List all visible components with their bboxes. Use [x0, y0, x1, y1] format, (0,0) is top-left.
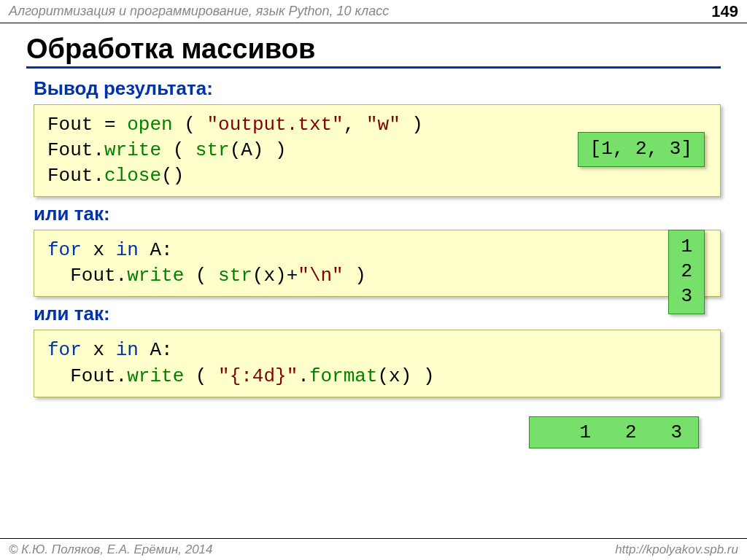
- copyright: © К.Ю. Поляков, Е.А. Ерёмин, 2014: [9, 542, 213, 557]
- code-text: .: [298, 365, 309, 387]
- title-underline: [26, 66, 721, 69]
- code-text: Fout.: [47, 139, 104, 161]
- subheading-or-1: или так:: [34, 203, 721, 225]
- output-box-1: [1, 2, 3]: [578, 132, 705, 167]
- code-block-2-wrap: for x in A: Fout.write ( str(x)+"\n" ) 1…: [34, 230, 721, 297]
- code-text: A:: [139, 239, 173, 261]
- code-fn: write: [127, 265, 184, 287]
- code-text: (x) ): [378, 365, 435, 387]
- code-str: "w": [366, 114, 400, 136]
- code-text: Fout.: [47, 365, 127, 387]
- code-block-1-wrap: Fout = open ( "output.txt", "w" ) Fout.w…: [34, 104, 721, 197]
- code-str: "output.txt": [206, 114, 343, 136]
- code-fn: str: [218, 265, 252, 287]
- subheading-output: Вывод результата:: [34, 77, 721, 100]
- code-kw: in: [116, 239, 139, 261]
- code-text: x: [82, 339, 116, 361]
- code-kw: for: [47, 239, 82, 261]
- code-text: A:: [139, 339, 173, 361]
- code-fn: str: [196, 139, 230, 161]
- code-text: ): [344, 265, 366, 287]
- code-fn: open: [127, 114, 172, 136]
- footer-url: http://kpolyakov.spb.ru: [615, 542, 738, 557]
- code-fn: format: [309, 365, 378, 387]
- code-text: (: [184, 365, 218, 387]
- code-str: "{:4d}": [218, 365, 298, 387]
- slide-header: Алгоритмизация и программирование, язык …: [0, 0, 747, 23]
- code-block-3-wrap: for x in A: Fout.write ( "{:4d}".format(…: [34, 330, 721, 397]
- code-text: Fout.: [47, 165, 104, 187]
- code-fn: write: [127, 365, 184, 387]
- page-number: 149: [711, 2, 738, 21]
- code-text: (: [184, 265, 218, 287]
- code-kw: for: [47, 339, 82, 361]
- code-text: (: [173, 114, 207, 136]
- code-block-2: for x in A: Fout.write ( str(x)+"\n" ): [34, 230, 721, 297]
- code-text: (): [161, 165, 184, 187]
- code-str: "\n": [298, 265, 343, 287]
- slide-footer: © К.Ю. Поляков, Е.А. Ерёмин, 2014 http:/…: [0, 538, 747, 560]
- output-box-2: 1 2 3: [668, 230, 705, 314]
- subheading-or-2: или так:: [34, 303, 721, 325]
- output-box-3: 1 2 3: [529, 416, 699, 448]
- code-text: ,: [344, 114, 366, 136]
- slide-title: Обработка массивов: [26, 34, 721, 65]
- code-text: Fout.: [47, 265, 127, 287]
- code-kw: in: [116, 339, 139, 361]
- code-text: (x)+: [252, 265, 298, 287]
- code-text: ): [400, 114, 423, 136]
- code-text: x: [82, 239, 116, 261]
- code-text: =: [93, 114, 127, 136]
- code-text: Fout: [47, 114, 93, 136]
- code-text: (A) ): [230, 139, 287, 161]
- breadcrumb: Алгоритмизация и программирование, язык …: [9, 4, 389, 19]
- code-fn: write: [104, 139, 161, 161]
- slide-body: Обработка массивов Вывод результата: Fou…: [0, 23, 747, 448]
- code-text: (: [161, 139, 196, 161]
- code-fn: close: [104, 165, 161, 187]
- code-block-3: for x in A: Fout.write ( "{:4d}".format(…: [34, 330, 721, 397]
- output-3-row: 1 2 3: [26, 403, 721, 448]
